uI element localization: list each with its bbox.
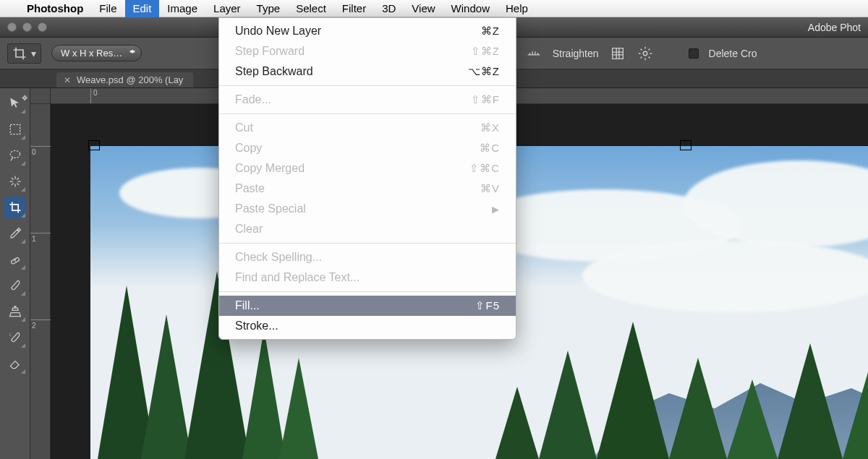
eyedropper-tool[interactable] xyxy=(4,223,26,244)
menu-item-fill[interactable]: Fill...⇧F5 xyxy=(219,296,516,316)
delete-cropped-label: Delete Cro xyxy=(709,48,757,59)
ruler-h-tick: 0 xyxy=(90,88,98,104)
menu-item-label: Clear xyxy=(235,223,263,236)
healing-brush-tool[interactable] xyxy=(4,249,26,270)
crop-overlay-icon[interactable] xyxy=(609,45,626,62)
straighten-icon[interactable] xyxy=(525,45,542,62)
menu-item-shortcut: ⌘X xyxy=(480,121,500,134)
menu-item-step-backward[interactable]: Step Backward⌥⌘Z xyxy=(219,61,516,82)
menu-item-shortcut: ⇧⌘Z xyxy=(471,45,500,58)
ruler-v-tick: 2 xyxy=(30,319,51,330)
menu-item-label: Step Forward xyxy=(235,45,305,58)
crop-handle[interactable] xyxy=(680,140,692,150)
menubar-item-type[interactable]: Type xyxy=(249,0,289,17)
menu-item-shortcut: ⌘C xyxy=(480,142,500,155)
move-tool[interactable]: ✥ xyxy=(4,93,26,114)
ruler-origin[interactable] xyxy=(30,88,51,104)
menu-item-shortcut: ⇧F5 xyxy=(475,299,500,312)
mac-menubar: Photoshop FileEditImageLayerTypeSelectFi… xyxy=(0,0,868,17)
clone-stamp-tool[interactable] xyxy=(4,301,26,322)
menu-item-cut: Cut⌘X xyxy=(219,118,516,138)
menu-item-label: Cut xyxy=(235,121,253,134)
ruler-vertical[interactable]: 0 1 2 xyxy=(30,104,51,459)
crop-handle[interactable] xyxy=(88,140,100,150)
crop-options-gear-icon[interactable] xyxy=(637,45,654,62)
menu-item-label: Copy Merged xyxy=(235,162,305,175)
menubar-item-filter[interactable]: Filter xyxy=(334,0,374,17)
menubar-item-image[interactable]: Image xyxy=(159,0,205,17)
traffic-lights xyxy=(7,22,47,32)
svg-point-2 xyxy=(10,150,20,158)
svg-point-0 xyxy=(643,51,647,56)
ruler-v-tick: 0 xyxy=(30,146,51,156)
document-tab-label: Weave.psd @ 200% (Lay xyxy=(77,74,183,85)
menu-item-label: Step Backward xyxy=(235,65,313,78)
menu-item-shortcut: ▶ xyxy=(492,204,500,215)
menubar-item-edit[interactable]: Edit xyxy=(125,0,160,17)
menu-item-copy-merged: Copy Merged⇧⌘C xyxy=(219,158,516,179)
menu-item-shortcut: ⌘Z xyxy=(481,25,500,38)
menubar-item-window[interactable]: Window xyxy=(443,0,498,17)
menu-item-check-spelling: Check Spelling... xyxy=(219,247,516,267)
window-title: Adobe Phot xyxy=(808,22,861,33)
ruler-v-tick: 1 xyxy=(30,233,51,243)
menubar-item-view[interactable]: View xyxy=(404,0,443,17)
menubar-item-3d[interactable]: 3D xyxy=(374,0,404,17)
menu-item-find-and-replace-text: Find and Replace Text... xyxy=(219,267,516,288)
menu-item-label: Copy xyxy=(235,142,262,155)
menubar-appname[interactable]: Photoshop xyxy=(19,0,91,17)
menu-item-paste-special: Paste Special▶ xyxy=(219,199,516,219)
lasso-tool[interactable] xyxy=(4,145,26,166)
menu-item-label: Find and Replace Text... xyxy=(235,271,359,284)
menu-item-label: Undo New Layer xyxy=(235,25,321,38)
menu-item-undo-new-layer[interactable]: Undo New Layer⌘Z xyxy=(219,21,516,41)
edit-menu-dropdown: Undo New Layer⌘ZStep Forward⇧⌘ZStep Back… xyxy=(218,17,516,340)
menu-item-label: Check Spelling... xyxy=(235,251,322,264)
svg-rect-1 xyxy=(10,124,20,134)
menu-item-shortcut: ⇧⌘C xyxy=(469,162,500,175)
menu-item-shortcut: ⌥⌘Z xyxy=(468,65,500,78)
menu-item-copy: Copy⌘C xyxy=(219,138,516,158)
minimize-window-icon[interactable] xyxy=(22,22,32,32)
menu-item-label: Paste Special xyxy=(235,202,306,215)
menu-item-fade: Fade...⇧⌘F xyxy=(219,90,516,110)
menu-item-paste: Paste⌘V xyxy=(219,179,516,199)
menu-item-stroke[interactable]: Stroke... xyxy=(219,316,516,336)
menu-item-clear: Clear xyxy=(219,219,516,239)
menu-item-label: Fade... xyxy=(235,93,271,106)
tools-panel: ✥ xyxy=(0,88,30,459)
history-brush-tool[interactable] xyxy=(4,327,26,348)
crop-aspect-dropdown[interactable]: W x H x Res… xyxy=(51,45,142,61)
marquee-tool[interactable] xyxy=(4,119,26,140)
crop-icon xyxy=(12,46,27,61)
document-tab[interactable]: ✕ Weave.psd @ 200% (Lay xyxy=(56,72,193,87)
close-window-icon[interactable] xyxy=(7,22,17,32)
menu-item-label: Stroke... xyxy=(235,319,278,333)
menubar-item-help[interactable]: Help xyxy=(498,0,536,17)
crop-tool[interactable] xyxy=(4,197,26,218)
brush-tool[interactable] xyxy=(4,275,26,296)
menu-item-label: Paste xyxy=(235,182,265,195)
straighten-label: Straighten xyxy=(553,48,599,59)
menu-item-shortcut: ⇧⌘F xyxy=(471,93,500,106)
crop-tool-preset-button[interactable]: ▾ xyxy=(7,43,41,64)
zoom-window-icon[interactable] xyxy=(38,22,47,32)
menubar-item-file[interactable]: File xyxy=(91,0,124,17)
menubar-item-select[interactable]: Select xyxy=(288,0,334,17)
menu-item-label: Fill... xyxy=(235,299,260,312)
menu-item-shortcut: ⌘V xyxy=(480,182,500,195)
delete-cropped-checkbox[interactable] xyxy=(689,48,699,59)
magic-wand-tool[interactable] xyxy=(4,171,26,192)
menu-item-step-forward: Step Forward⇧⌘Z xyxy=(219,41,516,61)
close-tab-icon[interactable]: ✕ xyxy=(64,75,71,85)
eraser-tool[interactable] xyxy=(4,353,26,374)
menubar-item-layer[interactable]: Layer xyxy=(205,0,249,17)
